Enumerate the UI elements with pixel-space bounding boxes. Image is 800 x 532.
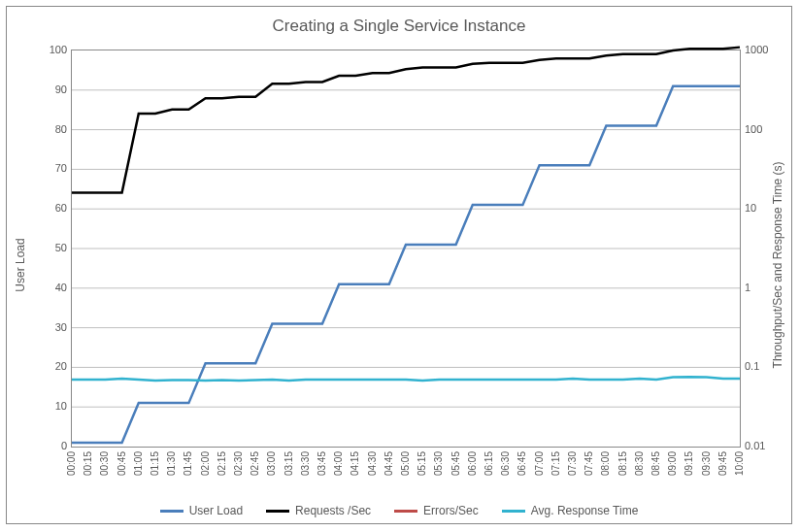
- x-tick: 08:15: [617, 451, 627, 476]
- series-line: [72, 86, 740, 443]
- y-left-tick: 0: [28, 440, 67, 451]
- y-left-tick: 60: [28, 202, 67, 214]
- x-tick: 01:30: [166, 451, 177, 476]
- x-tick: 08:00: [600, 451, 611, 476]
- y-left-tick: 100: [28, 44, 67, 55]
- x-tick: 07:45: [583, 451, 594, 476]
- legend-label: Requests /Sec: [295, 504, 371, 517]
- legend-label: Avg. Response Time: [531, 504, 639, 517]
- y-left-tick: 70: [28, 162, 67, 174]
- x-tick: 06:15: [483, 451, 494, 476]
- legend-swatch: [160, 510, 183, 513]
- x-tick: 04:00: [333, 451, 344, 476]
- x-tick: 05:30: [433, 451, 444, 476]
- legend-swatch: [394, 510, 417, 513]
- x-tick: 03:00: [266, 451, 277, 476]
- x-tick: 00:30: [99, 451, 110, 476]
- x-tick: 07:15: [550, 451, 560, 476]
- x-tick: 03:15: [283, 451, 293, 476]
- x-tick: 04:30: [366, 451, 377, 476]
- x-tick: 00:45: [116, 451, 126, 476]
- y-left-tick: 80: [28, 123, 67, 135]
- y-right-tick: 1: [745, 282, 783, 293]
- plot-area: [71, 50, 741, 448]
- x-tick: 06:45: [517, 451, 527, 476]
- x-tick: 03:45: [317, 451, 327, 476]
- x-tick: 06:30: [500, 451, 511, 476]
- legend-swatch: [502, 510, 525, 513]
- x-tick: 02:45: [250, 451, 260, 476]
- x-tick: 06:00: [466, 451, 477, 476]
- x-tick: 08:45: [650, 451, 661, 476]
- x-tick: 09:00: [667, 451, 678, 476]
- y-left-tick: 90: [28, 83, 67, 95]
- y-left-tick: 30: [28, 321, 67, 333]
- x-tick: 00:15: [83, 451, 93, 476]
- y-left-tick: 40: [28, 282, 67, 293]
- chart-frame: Creating a Single Service Instance User …: [6, 6, 792, 524]
- x-tick: 04:45: [383, 451, 393, 476]
- legend-label: Errors/Sec: [423, 504, 479, 517]
- x-tick: 01:15: [150, 451, 160, 476]
- y-left-tick: 20: [28, 360, 67, 372]
- x-tick: 04:15: [350, 451, 360, 476]
- y-axis-left-label: User Load: [13, 7, 28, 523]
- x-tick: 07:30: [567, 451, 578, 476]
- y-left-tick: 10: [28, 400, 67, 412]
- x-tick: 05:15: [417, 451, 427, 476]
- x-tick: 01:45: [183, 451, 193, 476]
- series-line: [72, 48, 740, 193]
- legend: User LoadRequests /SecErrors/SecAvg. Res…: [7, 504, 791, 517]
- x-tick: 09:30: [700, 451, 711, 476]
- x-tick: 03:30: [299, 451, 310, 476]
- x-tick: 05:00: [400, 451, 411, 476]
- legend-item: Avg. Response Time: [502, 504, 639, 517]
- legend-item: Requests /Sec: [266, 504, 371, 517]
- x-tick: 01:00: [132, 451, 143, 476]
- chart-title: Creating a Single Service Instance: [7, 17, 791, 36]
- x-tick: 08:30: [633, 451, 644, 476]
- legend-label: User Load: [189, 504, 243, 517]
- y-right-tick: 1000: [745, 44, 783, 55]
- x-tick: 10:00: [734, 451, 745, 476]
- y-right-tick: 100: [745, 123, 783, 135]
- x-tick: 09:15: [683, 451, 694, 476]
- legend-swatch: [266, 510, 289, 513]
- x-tick: 02:30: [233, 451, 244, 476]
- x-tick: 02:15: [216, 451, 226, 476]
- series-line: [72, 377, 740, 381]
- x-tick: 09:45: [717, 451, 727, 476]
- legend-item: Errors/Sec: [394, 504, 479, 517]
- x-tick: 00:00: [66, 451, 77, 476]
- y-right-tick: 0.01: [745, 440, 783, 451]
- legend-item: User Load: [160, 504, 243, 517]
- y-right-tick: 0.1: [745, 360, 783, 372]
- x-tick: 02:00: [199, 451, 210, 476]
- y-right-tick: 10: [745, 202, 783, 214]
- y-left-tick: 50: [28, 242, 67, 253]
- x-tick: 05:45: [450, 451, 460, 476]
- x-tick: 07:00: [533, 451, 544, 476]
